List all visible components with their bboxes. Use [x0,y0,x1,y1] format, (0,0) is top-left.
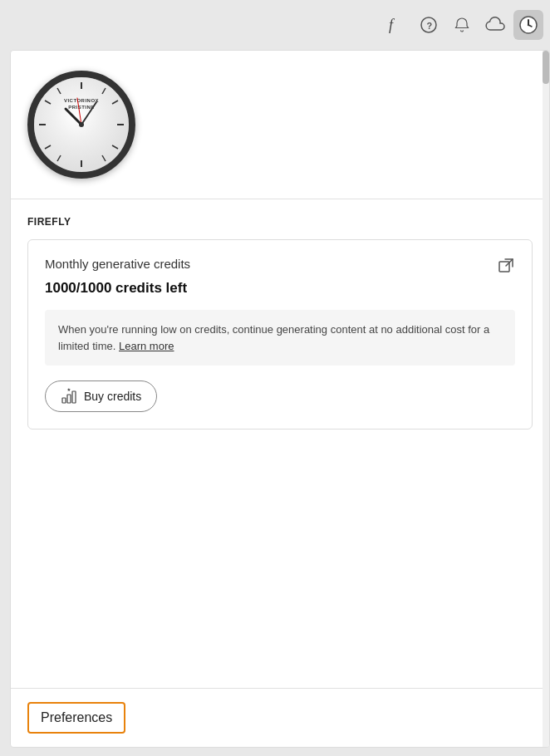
preferences-section: Preferences [11,688,549,747]
svg-line-17 [57,155,61,161]
credits-title: Monthly generative credits [45,257,190,271]
svg-line-13 [45,101,51,104]
svg-line-18 [102,88,106,94]
external-link-icon[interactable] [497,257,515,275]
clock-section: VICTORINOX PRISTINE [11,51,549,199]
svg-text:f: f [389,17,395,33]
firefly-section: FIREFLY Monthly generative credits 1000/… [11,199,549,439]
credits-count: 1000/1000 credits left [45,280,515,297]
preferences-button[interactable]: Preferences [27,702,125,734]
learn-more-link[interactable]: Learn more [119,340,174,352]
bell-icon-button[interactable] [447,10,477,40]
scrollbar[interactable] [543,51,549,747]
scrollbar-thumb[interactable] [543,51,549,84]
buy-credits-label: Buy credits [84,390,141,403]
buy-credits-button[interactable]: Buy credits [45,380,157,412]
credits-info-box: When you're running low on credits, cont… [45,310,515,366]
svg-line-16 [112,101,118,104]
font-icon-button[interactable]: f [381,10,410,40]
svg-line-20 [81,102,96,125]
section-label: FIREFLY [27,216,533,228]
buy-credits-icon [61,388,77,405]
svg-line-15 [45,145,51,149]
svg-line-12 [102,155,106,161]
svg-rect-26 [67,395,71,403]
svg-rect-25 [62,398,66,403]
clock-face: VICTORINOX PRISTINE [27,71,135,179]
help-icon-button[interactable]: ? [414,10,444,40]
svg-line-14 [112,145,118,149]
toolbar: f ? [0,0,550,50]
clock-inner: VICTORINOX PRISTINE [34,77,129,172]
clock-icon-button[interactable] [513,10,543,40]
svg-rect-27 [72,391,76,403]
credits-header: Monthly generative credits [45,257,515,275]
clock-ticks [34,77,129,172]
cloud-icon-button[interactable] [480,10,510,40]
svg-text:?: ? [427,21,433,31]
preferences-label: Preferences [41,710,112,724]
svg-point-22 [79,122,84,127]
svg-marker-28 [67,388,71,391]
svg-point-6 [528,24,529,26]
svg-line-11 [57,88,61,94]
main-panel: VICTORINOX PRISTINE [10,50,550,748]
credits-card: Monthly generative credits 1000/1000 cre… [27,239,533,430]
credits-info-text: When you're running low on credits, cont… [58,322,502,354]
